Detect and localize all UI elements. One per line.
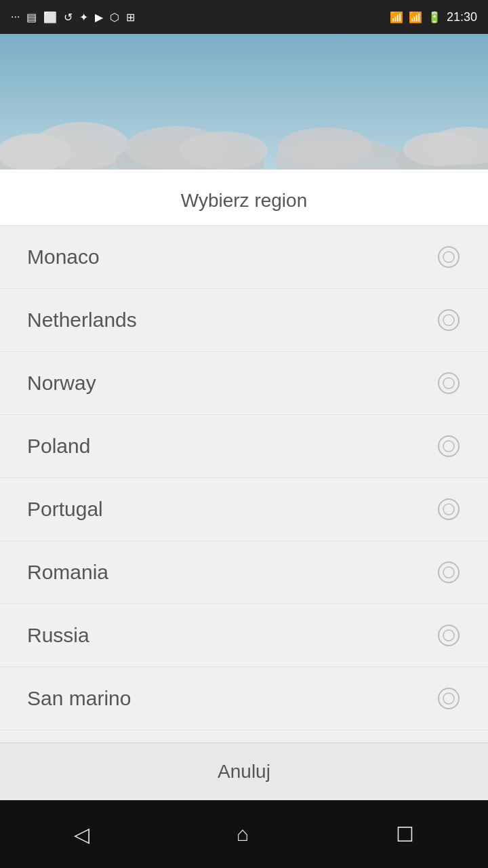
svg-point-24 [443,630,454,641]
region-label-san-marino: San marino [27,687,131,710]
signal-icon: 📶 [409,11,422,24]
svg-point-22 [443,567,454,578]
nav-bar: ◁ ⌂ ☐ [0,800,488,868]
svg-point-15 [439,373,459,393]
list-item-norway[interactable]: Norway [0,352,488,415]
battery-icon: 🔋 [428,11,441,24]
sky-header [0,34,488,170]
svg-point-21 [439,562,459,583]
svg-point-12 [443,252,454,262]
region-label-poland: Poland [27,435,90,458]
dialog-title: Wybierz region [181,190,307,211]
dialog-title-bar: Wybierz region [0,170,488,226]
radio-icon-monaco [436,245,461,269]
svg-point-13 [439,310,459,330]
brightness-icon: ✦ [79,11,88,24]
svg-point-20 [443,504,454,515]
svg-point-16 [443,378,454,389]
hexagon-icon: ⬡ [110,11,119,24]
media-icon: ▶ [95,11,103,24]
radio-icon-norway [436,371,461,395]
radio-icon-romania [436,560,461,585]
status-bar: ··· ▤ ⬜ ↺ ✦ ▶ ⬡ ⊞ 📶 📶 🔋 21:30 [0,0,488,34]
svg-point-5 [180,132,268,170]
region-label-russia: Russia [27,624,89,647]
list-item-netherlands[interactable]: Netherlands [0,289,488,352]
apps-icon: ⊞ [126,11,135,24]
region-label-portugal: Portugal [27,498,103,521]
back-button[interactable]: ◁ [74,823,89,846]
radio-icon-portugal [436,497,461,521]
svg-point-7 [278,127,373,168]
region-label-netherlands: Netherlands [27,309,137,332]
svg-point-11 [439,247,459,267]
chat-icon: ▤ [26,11,37,24]
svg-point-14 [443,315,454,326]
status-time: 21:30 [447,10,477,24]
region-label-monaco: Monaco [27,245,100,269]
refresh-icon: ↺ [64,11,73,24]
list-item-russia[interactable]: Russia [0,604,488,667]
cancel-button[interactable]: Anuluj [0,743,488,800]
svg-point-23 [439,625,459,646]
wifi-icon: 📶 [390,11,403,24]
recent-button[interactable]: ☐ [396,823,414,846]
region-label-norway: Norway [27,372,96,395]
radio-icon-netherlands [436,308,461,332]
status-icons-left: ··· ▤ ⬜ ↺ ✦ ▶ ⬡ ⊞ [11,11,135,24]
radio-icon-russia [436,623,461,648]
list-item-romania[interactable]: Romania [0,541,488,604]
list-item-portugal[interactable]: Portugal [0,478,488,541]
image-icon: ⬜ [43,11,57,24]
svg-point-19 [439,499,459,519]
svg-point-10 [403,132,478,166]
svg-point-25 [439,688,459,709]
notification-icon: ··· [11,11,20,23]
region-label-romania: Romania [27,561,108,584]
status-icons-right: 📶 📶 🔋 21:30 [390,10,477,24]
svg-point-17 [439,436,459,456]
home-button[interactable]: ⌂ [237,823,249,846]
list-item-poland[interactable]: Poland [0,415,488,478]
region-list: Monaco Netherlands Norway Poland Portuga… [0,226,488,743]
radio-icon-poland [436,434,461,458]
cancel-label: Anuluj [218,761,270,782]
list-item-monaco[interactable]: Monaco [0,226,488,289]
svg-point-26 [443,693,454,704]
list-item-san-marino[interactable]: San marino [0,667,488,730]
radio-icon-san-marino [436,686,461,711]
svg-point-18 [443,441,454,452]
